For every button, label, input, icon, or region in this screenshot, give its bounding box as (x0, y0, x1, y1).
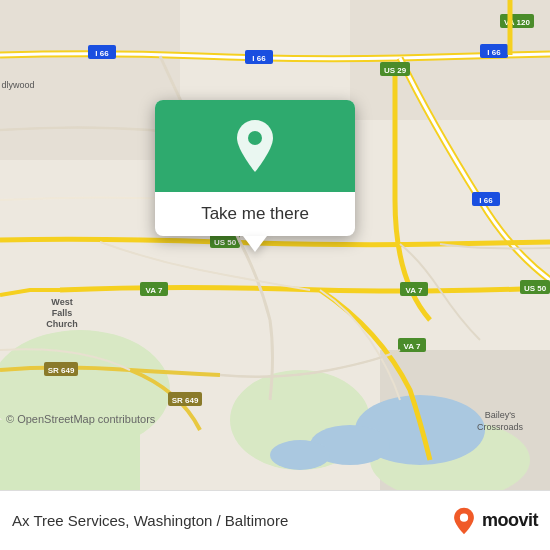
svg-text:Crossroads: Crossroads (477, 422, 524, 432)
svg-text:US 50: US 50 (524, 284, 547, 293)
svg-text:Bailey's: Bailey's (485, 410, 516, 420)
svg-text:VA 7: VA 7 (406, 286, 423, 295)
svg-text:US 29: US 29 (384, 66, 407, 75)
svg-text:Church: Church (46, 319, 78, 329)
svg-rect-7 (0, 420, 140, 490)
location-popup: Take me there (155, 100, 355, 236)
svg-text:dlywood: dlywood (1, 80, 34, 90)
svg-text:I 66: I 66 (252, 54, 266, 63)
svg-text:Falls: Falls (52, 308, 73, 318)
svg-text:I 66: I 66 (487, 48, 501, 57)
svg-text:VA 7: VA 7 (146, 286, 163, 295)
popup-header (155, 100, 355, 192)
copyright-text: © OpenStreetMap contributors (6, 413, 155, 425)
popup-tail (243, 236, 267, 252)
moovit-pin-icon (450, 507, 478, 535)
moovit-logo: moovit (450, 507, 538, 535)
svg-text:SR 649: SR 649 (48, 366, 75, 375)
moovit-brand-label: moovit (482, 510, 538, 531)
bottom-bar: Ax Tree Services, Washington / Baltimore… (0, 490, 550, 550)
svg-text:VA 7: VA 7 (404, 342, 421, 351)
svg-text:SR 649: SR 649 (172, 396, 199, 405)
svg-text:US 50: US 50 (214, 238, 237, 247)
location-pin-icon (233, 118, 277, 174)
app-name: Ax Tree Services, Washington / Baltimore (12, 512, 288, 529)
svg-point-44 (460, 513, 468, 521)
svg-text:West: West (51, 297, 72, 307)
svg-text:I 66: I 66 (95, 49, 109, 58)
popup-body: Take me there (155, 192, 355, 236)
map-container: I 66 I 66 I 66 I 66 VA 120 US 29 VA 7 VA… (0, 0, 550, 490)
take-me-there-button[interactable]: Take me there (165, 204, 345, 224)
svg-point-10 (270, 440, 330, 470)
svg-text:I 66: I 66 (479, 196, 493, 205)
svg-point-43 (248, 131, 262, 145)
